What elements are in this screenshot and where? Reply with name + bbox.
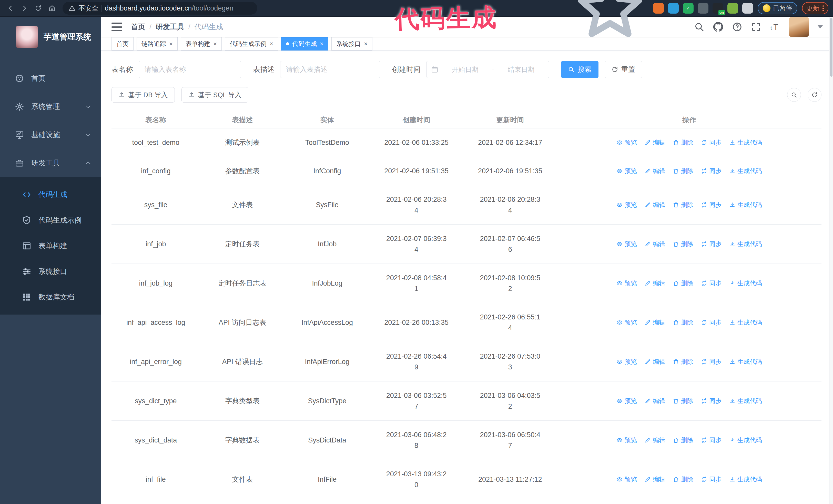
action-edit-link[interactable]: 编辑 [645,239,665,249]
scrollbar-thumb[interactable] [830,18,832,77]
tab-close-icon[interactable]: × [320,41,324,47]
action-sync-link[interactable]: 同步 [701,137,721,148]
table-desc-input[interactable] [280,61,380,78]
action-generate-link[interactable]: 生成代码 [729,474,762,485]
tab-表单构建[interactable]: 表单构建× [181,37,222,50]
action-edit-link[interactable]: 编辑 [645,166,665,176]
action-delete-link[interactable]: 删除 [673,239,693,249]
reset-button[interactable]: 重置 [604,61,642,78]
extension-blue-gem-icon[interactable] [668,3,679,14]
font-size-icon[interactable]: tT [770,22,780,32]
chevron-down-icon[interactable] [818,25,823,28]
action-preview-link[interactable]: 预览 [616,356,637,367]
action-preview-link[interactable]: 预览 [616,199,637,210]
action-generate-link[interactable]: 生成代码 [729,278,762,289]
sidebar-item-首页[interactable]: 首页 [0,64,101,93]
action-delete-link[interactable]: 删除 [673,199,693,210]
avatar[interactable] [789,17,809,37]
extension-ghost-icon[interactable] [742,3,753,14]
tab-close-icon[interactable]: × [270,41,273,47]
import-sql-button[interactable]: 基于 SQL 导入 [182,87,248,102]
sidebar-subitem-系统接口[interactable]: 系统接口 [0,259,101,284]
browser-reload-icon[interactable] [32,2,44,14]
tab-链路追踪[interactable]: 链路追踪× [137,37,177,50]
action-edit-link[interactable]: 编辑 [645,317,665,328]
sidebar-subitem-代码生成[interactable]: 代码生成 [0,182,101,208]
action-preview-link[interactable]: 预览 [616,137,637,148]
action-preview-link[interactable]: 预览 [616,278,637,289]
extension-orange-icon[interactable] [653,3,664,14]
search-icon[interactable] [694,22,704,32]
action-edit-link[interactable]: 编辑 [645,474,665,485]
browser-forward-icon[interactable] [19,2,30,14]
action-generate-link[interactable]: 生成代码 [729,435,762,446]
action-generate-link[interactable]: 生成代码 [729,137,762,148]
action-delete-link[interactable]: 删除 [673,137,693,148]
start-date-placeholder[interactable]: 开始日期 [442,65,489,74]
action-edit-link[interactable]: 编辑 [645,137,665,148]
tab-系统接口[interactable]: 系统接口× [331,37,373,50]
action-edit-link[interactable]: 编辑 [645,395,665,406]
action-delete-link[interactable]: 删除 [673,166,693,176]
sidebar-subitem-代码生成示例[interactable]: 代码生成示例 [0,208,101,233]
address-bar[interactable]: 不安全 dashboard.yudao.iocoder.cn/tool/code… [63,2,257,15]
action-edit-link[interactable]: 编辑 [645,435,665,446]
action-generate-link[interactable]: 生成代码 [729,239,762,249]
action-sync-link[interactable]: 同步 [701,239,721,249]
action-delete-link[interactable]: 删除 [673,278,693,289]
extension-green-bot-icon[interactable] [728,3,738,14]
refresh-table-button[interactable] [808,88,822,102]
tab-close-icon[interactable]: × [169,41,173,47]
sidebar-item-系统管理[interactable]: 系统管理 [0,93,101,121]
browser-back-icon[interactable] [5,2,17,14]
action-generate-link[interactable]: 生成代码 [729,395,762,406]
action-sync-link[interactable]: 同步 [701,435,721,446]
table-name-input[interactable] [139,61,241,78]
action-delete-link[interactable]: 删除 [673,474,693,485]
tab-close-icon[interactable]: × [364,41,367,47]
extension-green-check-icon[interactable]: ✓ [683,3,694,14]
action-generate-link[interactable]: 生成代码 [729,199,762,210]
action-sync-link[interactable]: 同步 [701,199,721,210]
action-sync-link[interactable]: 同步 [701,317,721,328]
update-button[interactable]: 更新 [802,2,828,14]
tab-close-icon[interactable]: × [213,41,217,47]
tab-首页[interactable]: 首页 [112,37,134,50]
action-edit-link[interactable]: 编辑 [645,278,665,289]
action-sync-link[interactable]: 同步 [701,278,721,289]
sidebar-subitem-表单构建[interactable]: 表单构建 [0,233,101,259]
date-range-picker[interactable]: 开始日期 - 结束日期 [426,61,549,78]
action-delete-link[interactable]: 删除 [673,435,693,446]
action-preview-link[interactable]: 预览 [616,395,637,406]
sidebar-subitem-数据库文档[interactable]: 数据库文档 [0,284,101,310]
tab-代码生成[interactable]: 代码生成× [281,37,328,50]
action-delete-link[interactable]: 删除 [673,356,693,367]
action-delete-link[interactable]: 删除 [673,317,693,328]
search-button[interactable]: 搜索 [561,61,598,78]
action-delete-link[interactable]: 删除 [673,395,693,406]
action-preview-link[interactable]: 预览 [616,317,637,328]
action-generate-link[interactable]: 生成代码 [729,317,762,328]
action-preview-link[interactable]: 预览 [616,435,637,446]
action-sync-link[interactable]: 同步 [701,356,721,367]
action-sync-link[interactable]: 同步 [701,474,721,485]
github-icon[interactable] [713,22,723,32]
extension-grid-icon[interactable] [698,3,709,14]
browser-home-icon[interactable] [46,2,58,14]
action-preview-link[interactable]: 预览 [616,474,637,485]
hamburger-icon[interactable] [112,23,122,31]
action-sync-link[interactable]: 同步 [701,166,721,176]
action-generate-link[interactable]: 生成代码 [729,356,762,367]
import-db-button[interactable]: 基于 DB 导入 [112,87,175,102]
end-date-placeholder[interactable]: 结束日期 [498,65,544,74]
action-edit-link[interactable]: 编辑 [645,356,665,367]
fullscreen-icon[interactable] [751,22,761,32]
action-sync-link[interactable]: 同步 [701,395,721,406]
action-edit-link[interactable]: 编辑 [645,199,665,210]
sidebar-item-研发工具[interactable]: 研发工具 [0,149,101,177]
breadcrumb-devtools[interactable]: 研发工具 [156,22,184,32]
breadcrumb-home[interactable]: 首页 [131,22,145,32]
action-preview-link[interactable]: 预览 [616,239,637,249]
hide-search-button[interactable] [787,88,801,102]
extension-on-icon[interactable]: on [713,3,723,14]
